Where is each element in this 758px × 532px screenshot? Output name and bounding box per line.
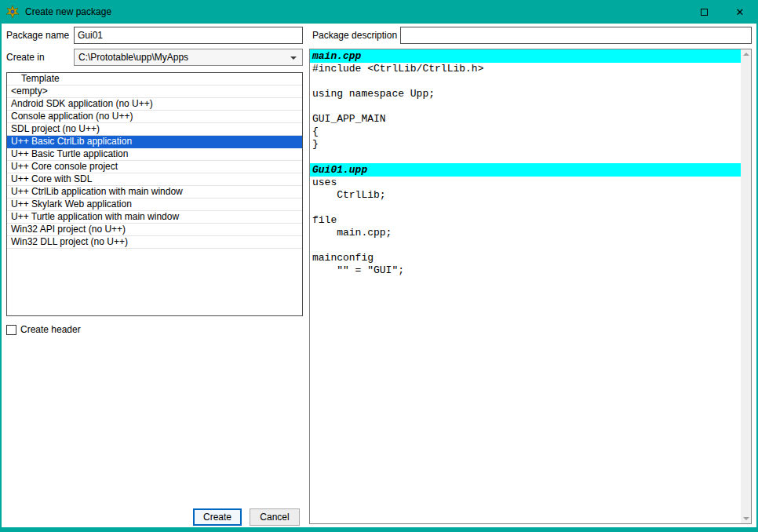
code-line (310, 202, 741, 214)
template-list: Template <empty> Android SDK application… (6, 72, 303, 316)
preview-content: main.cpp #include <CtrlLib/CtrlLib.h> us… (310, 49, 741, 523)
code-line: { (310, 126, 741, 138)
titlebar-buttons: ✕ (686, 0, 758, 24)
template-item[interactable]: U++ Turtle application with main window (7, 211, 302, 224)
create-new-package-dialog: Create new package ✕ Package name Packag… (0, 0, 758, 532)
code-line (310, 100, 741, 113)
maximize-icon (701, 9, 708, 16)
app-icon (6, 5, 19, 18)
template-item[interactable]: Win32 API project (no U++) (7, 224, 302, 236)
code-line (310, 239, 741, 252)
code-line (310, 151, 741, 163)
code-line: #include <CtrlLib/CtrlLib.h> (310, 63, 741, 75)
code-line (310, 75, 741, 88)
scroll-down-icon[interactable] (741, 513, 751, 523)
template-item[interactable]: U++ Core with SDL (7, 173, 302, 186)
template-item[interactable]: <empty> (7, 86, 302, 98)
code-line: CtrlLib; (310, 189, 741, 202)
code-line: GUI_APP_MAIN (310, 113, 741, 126)
template-item[interactable]: Android SDK application (no U++) (7, 98, 302, 111)
scroll-up-icon[interactable] (741, 49, 751, 60)
template-item[interactable]: Win32 DLL project (no U++) (7, 236, 302, 249)
package-name-input[interactable] (74, 27, 303, 44)
code-line: } (310, 138, 741, 151)
maximize-button[interactable] (686, 0, 722, 24)
template-item[interactable]: Console application (no U++) (7, 111, 302, 123)
preview-file-header-main-cpp: main.cpp (310, 49, 741, 63)
code-line: uses (310, 177, 741, 189)
create-header-checkbox[interactable] (6, 325, 16, 335)
template-item[interactable]: SDL project (no U++) (7, 123, 302, 136)
package-description-label: Package description (312, 27, 397, 44)
code-line: using namespace Upp; (310, 88, 741, 100)
code-line: "" = "GUI"; (310, 264, 741, 277)
template-item[interactable]: U++ Core console project (7, 161, 302, 173)
close-icon: ✕ (736, 7, 745, 17)
titlebar: Create new package ✕ (0, 0, 758, 24)
cancel-button[interactable]: Cancel (250, 508, 300, 526)
template-item[interactable]: U++ CtrlLib application with main window (7, 186, 302, 199)
window-title: Create new package (25, 6, 111, 17)
preview-scrollbar[interactable] (741, 49, 751, 523)
close-button[interactable]: ✕ (722, 0, 758, 24)
create-in-label: Create in (6, 49, 45, 66)
code-line: mainconfig (310, 252, 741, 264)
create-button[interactable]: Create (193, 508, 242, 526)
template-item[interactable]: U++ Skylark Web application (7, 199, 302, 211)
code-line: main.cpp; (310, 227, 741, 239)
create-in-value: C:\Prototable\upp\MyApps (78, 52, 188, 63)
package-name-label: Package name (6, 27, 69, 44)
template-list-header: Template (7, 73, 302, 86)
create-in-combobox[interactable]: C:\Prototable\upp\MyApps (74, 49, 303, 66)
preview-file-header-upp: Gui01.upp (310, 163, 741, 177)
code-line: file (310, 214, 741, 227)
chevron-down-icon (290, 56, 297, 60)
package-description-input[interactable] (400, 27, 752, 44)
create-header-label: Create header (20, 323, 81, 336)
preview-pane: main.cpp #include <CtrlLib/CtrlLib.h> us… (309, 49, 752, 524)
template-item[interactable]: U++ Basic Turtle application (7, 148, 302, 161)
template-item-selected[interactable]: U++ Basic CtrlLib application (7, 136, 302, 148)
